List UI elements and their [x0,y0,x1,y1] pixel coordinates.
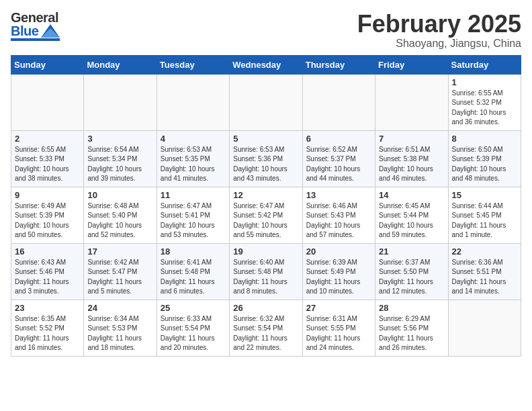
calendar-day-3: 3Sunrise: 6:54 AM Sunset: 5:34 PM Daylig… [84,130,157,187]
calendar-day-22: 22Sunrise: 6:36 AM Sunset: 5:51 PM Dayli… [448,243,521,300]
calendar-day-6: 6Sunrise: 6:52 AM Sunset: 5:37 PM Daylig… [302,130,375,187]
calendar-day-14: 14Sunrise: 6:45 AM Sunset: 5:44 PM Dayli… [375,187,448,243]
calendar-day-21: 21Sunrise: 6:37 AM Sunset: 5:50 PM Dayli… [375,243,448,300]
title-block: February 2025 Shaoyang, Jiangsu, China [357,11,521,50]
calendar-day-4: 4Sunrise: 6:53 AM Sunset: 5:35 PM Daylig… [157,130,229,187]
page-header: General Blue February 2025 Shaoyang, Jia… [11,11,521,50]
calendar-day-27: 27Sunrise: 6:31 AM Sunset: 5:55 PM Dayli… [302,300,375,356]
empty-day [230,74,302,130]
calendar-day-8: 8Sunrise: 6:50 AM Sunset: 5:39 PM Daylig… [448,130,521,187]
calendar-day-7: 7Sunrise: 6:51 AM Sunset: 5:38 PM Daylig… [375,130,448,187]
calendar-day-1: 1Sunrise: 6:55 AM Sunset: 5:32 PM Daylig… [448,74,521,130]
calendar-day-20: 20Sunrise: 6:39 AM Sunset: 5:49 PM Dayli… [302,243,375,300]
calendar-day-19: 19Sunrise: 6:40 AM Sunset: 5:48 PM Dayli… [230,243,302,300]
calendar-day-13: 13Sunrise: 6:46 AM Sunset: 5:43 PM Dayli… [302,187,375,243]
calendar-table: SundayMondayTuesdayWednesdayThursdayFrid… [11,55,521,357]
empty-day [84,74,157,130]
weekday-header-monday: Monday [84,55,157,74]
weekday-header-wednesday: Wednesday [230,55,302,74]
calendar-week-row: 23Sunrise: 6:35 AM Sunset: 5:52 PM Dayli… [11,300,521,356]
weekday-header-saturday: Saturday [448,55,521,74]
calendar-day-28: 28Sunrise: 6:29 AM Sunset: 5:56 PM Dayli… [375,300,448,356]
calendar-day-18: 18Sunrise: 6:41 AM Sunset: 5:48 PM Dayli… [157,243,229,300]
calendar-day-26: 26Sunrise: 6:32 AM Sunset: 5:54 PM Dayli… [230,300,302,356]
weekday-header-friday: Friday [375,55,448,74]
calendar-day-23: 23Sunrise: 6:35 AM Sunset: 5:52 PM Dayli… [11,300,84,356]
empty-day [375,74,448,130]
calendar-day-12: 12Sunrise: 6:47 AM Sunset: 5:42 PM Dayli… [230,187,302,243]
weekday-header-thursday: Thursday [302,55,375,74]
svg-marker-1 [41,28,60,38]
empty-day [448,300,521,356]
calendar-week-row: 2Sunrise: 6:55 AM Sunset: 5:33 PM Daylig… [11,130,521,187]
calendar-day-16: 16Sunrise: 6:43 AM Sunset: 5:46 PM Dayli… [11,243,84,300]
calendar-week-row: 9Sunrise: 6:49 AM Sunset: 5:39 PM Daylig… [11,187,521,243]
empty-day [11,74,84,130]
location-title: Shaoyang, Jiangsu, China [357,38,521,50]
calendar-day-11: 11Sunrise: 6:47 AM Sunset: 5:41 PM Dayli… [157,187,229,243]
weekday-header-sunday: Sunday [11,55,84,74]
empty-day [302,74,375,130]
empty-day [157,74,229,130]
weekday-header-tuesday: Tuesday [157,55,229,74]
calendar-day-9: 9Sunrise: 6:49 AM Sunset: 5:39 PM Daylig… [11,187,84,243]
logo: General Blue [11,11,60,41]
calendar-week-row: 1Sunrise: 6:55 AM Sunset: 5:32 PM Daylig… [11,74,521,130]
month-title: February 2025 [357,11,521,38]
calendar-day-15: 15Sunrise: 6:44 AM Sunset: 5:45 PM Dayli… [448,187,521,243]
calendar-day-2: 2Sunrise: 6:55 AM Sunset: 5:33 PM Daylig… [11,130,84,187]
calendar-day-24: 24Sunrise: 6:34 AM Sunset: 5:53 PM Dayli… [84,300,157,356]
calendar-day-25: 25Sunrise: 6:33 AM Sunset: 5:54 PM Dayli… [157,300,229,356]
calendar-day-10: 10Sunrise: 6:48 AM Sunset: 5:40 PM Dayli… [84,187,157,243]
weekday-header-row: SundayMondayTuesdayWednesdayThursdayFrid… [11,55,521,74]
calendar-day-5: 5Sunrise: 6:53 AM Sunset: 5:36 PM Daylig… [230,130,302,187]
calendar-week-row: 16Sunrise: 6:43 AM Sunset: 5:46 PM Dayli… [11,243,521,300]
calendar-day-17: 17Sunrise: 6:42 AM Sunset: 5:47 PM Dayli… [84,243,157,300]
